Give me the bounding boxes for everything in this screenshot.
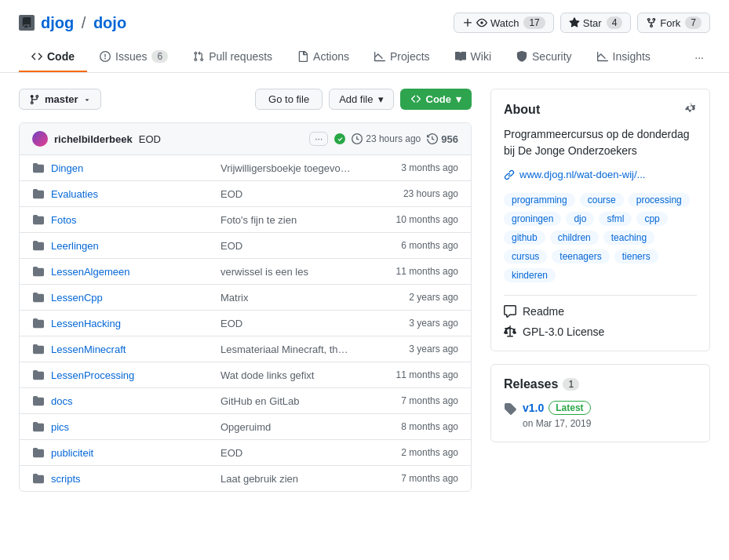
topic-tag[interactable]: kinderen [504,268,556,282]
file-name: LessenProcessing [51,369,208,381]
repo-actions: Watch 17 Star 4 Fork 7 [454,13,710,33]
repo-owner-link[interactable]: djog [41,14,74,31]
repo-header: djog / dojo Watch 17 Star 4 Fork 7 [0,0,729,42]
topic-tag[interactable]: sfml [599,212,632,226]
file-commit: EOD [208,447,364,459]
folder-icon [32,447,45,458]
watch-count: 17 [523,16,545,29]
table-row: pics Opgeruimd 8 months ago [20,414,471,440]
file-commit: EOD [208,240,364,252]
license-label: GPL-3.0 License [523,325,604,338]
file-name: Fotos [51,213,208,226]
folder-icon [32,162,45,173]
left-column: master Go to file Add file ▾ Code ▾ rich… [19,89,472,492]
file-table: richelbilderbeek EOD ··· 23 hours ago 95… [19,122,472,492]
code-button[interactable]: Code ▾ [400,89,472,110]
repo-sep: / [82,14,86,31]
commit-count[interactable]: 956 [427,133,458,145]
folder-icon [32,344,45,355]
go-to-file-button[interactable]: Go to file [255,89,323,110]
tab-insights-label: Insights [613,50,651,63]
nav-more-button[interactable]: ··· [688,43,710,71]
code-arrow: ▾ [456,93,461,105]
tab-issues-label: Issues [115,50,147,63]
file-name: LessenAlgemeen [51,265,208,278]
right-column: About Programmeercursus op de donderdag … [490,89,710,492]
main-content: master Go to file Add file ▾ Code ▾ rich… [0,73,729,507]
file-name: LessenMinecraft [51,343,208,355]
tab-insights[interactable]: Insights [585,42,663,72]
branch-name: master [45,93,78,105]
file-name: docs [51,395,208,407]
branch-selector[interactable]: master [19,89,101,110]
folder-icon [32,292,45,303]
about-section: About Programmeercursus op de donderdag … [490,89,710,351]
topic-tag[interactable]: programming [504,193,575,207]
commit-badge: ··· [309,132,328,146]
folder-icon [32,214,45,225]
tab-security[interactable]: Security [504,42,585,72]
add-file-button[interactable]: Add file ▾ [329,89,393,110]
topic-tag[interactable]: children [550,231,599,245]
releases-title: Releases [504,377,558,391]
tab-pull-requests[interactable]: Pull requests [180,42,285,72]
readme-link[interactable]: Readme [504,305,697,318]
add-file-label: Add file [339,93,373,105]
file-time: 8 months ago [364,421,458,432]
tag-icon [504,402,516,418]
folder-icon [32,266,45,277]
file-commit: Laat gebruik zien [208,473,364,485]
file-rows: Dingen Vrijwilligersboekje toegevoegd 3 … [20,155,471,491]
topic-tag[interactable]: teenagers [552,249,609,264]
about-link-text: www.djog.nl/wat-doen-wij/... [519,169,645,180]
file-name: LessenCpp [51,291,208,304]
commit-avatar [32,131,48,147]
topic-tag[interactable]: djo [566,212,594,226]
tab-wiki[interactable]: Wiki [443,42,504,72]
star-button[interactable]: Star 4 [560,13,632,33]
license-link[interactable]: GPL-3.0 License [504,325,697,338]
file-time: 3 months ago [364,162,458,173]
repo-name-link[interactable]: dojo [93,14,126,31]
topic-tag[interactable]: cursus [504,249,547,264]
topic-tag[interactable]: tieners [614,249,658,264]
file-time: 7 months ago [364,395,458,406]
table-row: Fotos Foto's fijn te zien 10 months ago [20,207,471,233]
tab-actions[interactable]: Actions [285,42,362,72]
topic-tag[interactable]: groningen [504,212,561,226]
file-commit: GitHub en GitLab [208,395,364,407]
star-label: Star [583,17,602,29]
release-version: v1.0 Latest [523,401,591,415]
about-website-link[interactable]: www.djog.nl/wat-doen-wij/... [504,169,697,180]
fork-button[interactable]: Fork 7 [637,13,710,33]
watch-button[interactable]: Watch 17 [454,13,554,33]
folder-icon [32,421,45,432]
repo-title: djog / dojo [41,14,126,32]
commit-message: EOD [139,133,304,145]
releases-header: Releases 1 [504,377,697,391]
topic-tag[interactable]: cpp [636,212,667,226]
file-commit: EOD [208,318,364,329]
release-version-link[interactable]: v1.0 [523,402,544,414]
topic-tag[interactable]: github [504,231,545,245]
file-time: 3 years ago [364,318,458,329]
gear-icon[interactable] [684,102,697,117]
tab-issues[interactable]: Issues 6 [87,42,180,72]
file-name: scripts [51,472,208,485]
tags-list: programmingcourseprocessinggroningendjos… [504,193,697,282]
table-row: publiciteit EOD 2 months ago [20,440,471,466]
topic-tag[interactable]: processing [629,193,690,207]
file-commit: verwissel is een les [208,266,364,278]
table-row: LessenCpp Matrix 2 years ago [20,285,471,311]
tab-code[interactable]: Code [19,42,87,72]
topic-tag[interactable]: teaching [603,231,654,245]
table-row: LessenAlgemeen verwissel is een les 11 m… [20,259,471,285]
tab-code-label: Code [47,50,75,63]
release-date: on Mar 17, 2019 [523,418,591,429]
file-time: 23 hours ago [364,188,458,199]
commit-user[interactable]: richelbilderbeek [54,133,133,145]
file-commit: Opgeruimd [208,421,364,433]
topic-tag[interactable]: course [580,193,624,207]
tab-projects[interactable]: Projects [362,42,443,72]
file-name: publiciteit [51,446,208,459]
